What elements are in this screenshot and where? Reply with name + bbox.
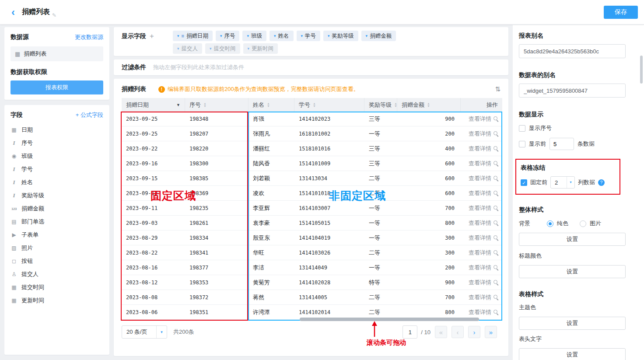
field-item[interactable]: ▶子表单 bbox=[10, 228, 103, 241]
display-field-chip[interactable]: ▾班级 bbox=[242, 31, 266, 41]
bg-solid-radio[interactable] bbox=[547, 220, 553, 227]
save-button[interactable]: 保存 bbox=[604, 6, 638, 19]
view-detail-link[interactable]: 查看详情 bbox=[469, 249, 491, 257]
show-first-checkbox[interactable] bbox=[519, 141, 525, 147]
change-datasource-link[interactable]: 更改数据源 bbox=[75, 33, 103, 41]
field-item[interactable]: ▤部门单选 bbox=[10, 215, 103, 228]
view-detail-link[interactable]: 查看详情 bbox=[469, 219, 491, 227]
table-alias-input[interactable] bbox=[519, 84, 626, 98]
last-page-button[interactable]: » bbox=[485, 326, 497, 338]
cell-amount: 900 bbox=[397, 275, 461, 290]
view-detail-link[interactable]: 查看详情 bbox=[469, 130, 491, 138]
field-item[interactable]: 123捐赠金额 bbox=[10, 202, 103, 215]
magnifier-icon bbox=[494, 310, 499, 315]
title-color-set-button[interactable]: 设置 bbox=[519, 265, 626, 278]
sort-icon: ▲▼ bbox=[394, 102, 397, 108]
cell-grade: 一等 bbox=[364, 216, 397, 230]
show-first-row: 显示前 条数据 bbox=[519, 138, 626, 150]
display-fields-label: 显示字段 bbox=[122, 32, 146, 40]
field-item[interactable]: ▦提交时间 bbox=[10, 281, 103, 294]
first-page-button[interactable]: « bbox=[435, 326, 447, 338]
field-item[interactable]: I学号 bbox=[10, 163, 103, 176]
freeze-count-select[interactable]: 2 ▾ bbox=[550, 176, 575, 189]
display-field-chip[interactable]: ▾奖励等级 bbox=[323, 31, 358, 41]
display-fields-card: 显示字段 + ▾≡捐赠日期▾序号▾班级▾姓名▾学号▾奖励等级▾捐赠金额 ▾提交人… bbox=[114, 27, 508, 56]
user-icon: ♙ bbox=[10, 271, 18, 277]
datasource-item[interactable]: ▦ 捐赠列表 bbox=[10, 46, 103, 61]
column-header-donation-date[interactable]: 捐赠日期 ▼ bbox=[122, 98, 185, 112]
view-detail-link[interactable]: 查看详情 bbox=[469, 145, 491, 153]
table-title: 捐赠列表 bbox=[122, 85, 146, 93]
background-set-button[interactable]: 设置 bbox=[519, 233, 626, 246]
view-detail-link[interactable]: 查看详情 bbox=[469, 160, 491, 168]
cell-serial-no: 198261 bbox=[185, 216, 248, 230]
field-item[interactable]: I奖励等级 bbox=[10, 189, 103, 202]
horizontal-scrollbar-thumb[interactable] bbox=[300, 318, 479, 321]
display-field-chip-label: 序号 bbox=[224, 32, 235, 40]
table-sort-icon[interactable]: ⇅ bbox=[495, 85, 500, 93]
column-header-serial[interactable]: 序号 ▲▼ bbox=[185, 98, 248, 112]
show-index-checkbox[interactable] bbox=[519, 125, 525, 132]
display-field-chip[interactable]: ▾学号 bbox=[297, 31, 321, 41]
field-item[interactable]: I姓名 bbox=[10, 176, 103, 189]
back-button[interactable]: ‹ bbox=[11, 7, 15, 17]
table-alias-heading: 数据表的别名 bbox=[519, 71, 626, 79]
report-permission-button[interactable]: 报表权限 bbox=[10, 80, 103, 94]
cell-grade: 二等 bbox=[364, 186, 397, 200]
cell-donation-date: 2023-08-12 bbox=[122, 275, 185, 290]
field-item[interactable]: ◻按钮 bbox=[10, 255, 103, 268]
show-first-count-input[interactable] bbox=[550, 138, 574, 150]
formula-field-link[interactable]: + 公式字段 bbox=[76, 111, 103, 119]
display-field-chip[interactable]: ▾提交时间 bbox=[205, 43, 240, 54]
view-detail-link[interactable]: 查看详情 bbox=[469, 279, 491, 287]
display-field-chip[interactable]: ▾≡捐赠日期 bbox=[173, 31, 213, 41]
view-detail-link[interactable]: 查看详情 bbox=[469, 264, 491, 272]
view-detail-link[interactable]: 查看详情 bbox=[469, 189, 491, 197]
display-field-chip[interactable]: ▾序号 bbox=[216, 31, 240, 41]
column-header-amount[interactable]: 捐赠金额 ▲▼ bbox=[397, 98, 461, 112]
add-display-field-button[interactable]: + bbox=[150, 32, 154, 40]
scrollbar-thumb[interactable] bbox=[640, 56, 643, 84]
column-header-grade[interactable]: 奖励等级 ▲▼ bbox=[364, 98, 397, 112]
header-text-set-button[interactable]: 设置 bbox=[519, 348, 626, 360]
view-detail-link[interactable]: 查看详情 bbox=[469, 175, 491, 182]
cell-amount: 600 bbox=[397, 186, 461, 200]
field-item[interactable]: ▨照片 bbox=[10, 241, 103, 255]
calendar-icon: ▦ bbox=[10, 127, 18, 133]
help-icon[interactable]: ? bbox=[598, 179, 605, 186]
page-size-select[interactable]: 20 条/页 ▾ bbox=[122, 325, 167, 339]
field-item[interactable]: ▦日期 bbox=[10, 123, 103, 136]
next-page-button[interactable]: › bbox=[468, 326, 480, 338]
cell-name: 李亚辉 bbox=[248, 201, 294, 215]
display-field-chip[interactable]: ▾提交人 bbox=[173, 43, 202, 54]
edit-title-icon[interactable]: ✎ bbox=[52, 12, 56, 18]
field-item[interactable]: ◉班级 bbox=[10, 150, 103, 163]
show-first-prefix: 显示前 bbox=[529, 140, 546, 148]
settings-panel-inner: 报表别名 数据表的别名 数据显示 显示序号 显示前 条数据 表格冻结 ✓ 固定前… bbox=[513, 25, 644, 360]
number-icon: 123 bbox=[10, 207, 18, 211]
table-header: 捐赠日期 ▼ 序号 ▲▼ 姓名 ▲▼ 学号 ▲▼ 奖励等级 ▲▼ 捐赠金额 ▲▼ bbox=[122, 98, 502, 112]
column-label: 学号 bbox=[299, 101, 310, 109]
report-alias-input[interactable] bbox=[519, 44, 626, 58]
view-detail-link[interactable]: 查看详情 bbox=[469, 204, 491, 212]
display-field-chip[interactable]: ▾更新时间 bbox=[243, 43, 278, 54]
theme-color-set-button[interactable]: 设置 bbox=[519, 317, 626, 330]
field-item[interactable]: I序号 bbox=[10, 136, 103, 150]
column-header-name[interactable]: 姓名 ▲▼ bbox=[248, 98, 294, 112]
view-detail-link[interactable]: 查看详情 bbox=[469, 234, 491, 242]
prev-page-button[interactable]: ‹ bbox=[452, 326, 464, 338]
field-item[interactable]: ♙提交人 bbox=[10, 268, 103, 281]
page-number-input[interactable] bbox=[402, 325, 417, 339]
display-field-chip[interactable]: ▾捐赠金额 bbox=[361, 31, 396, 41]
freeze-checkbox[interactable]: ✓ bbox=[521, 179, 527, 186]
column-header-student-id[interactable]: 学号 ▲▼ bbox=[294, 98, 364, 112]
view-detail-link[interactable]: 查看详情 bbox=[469, 308, 491, 316]
bg-image-radio[interactable] bbox=[580, 220, 586, 227]
sort-icon: ▲▼ bbox=[313, 102, 316, 108]
view-detail-link[interactable]: 查看详情 bbox=[469, 115, 491, 123]
filter-drop-placeholder[interactable]: 拖动左侧字段到此处来添加过滤条件 bbox=[153, 63, 244, 71]
field-item[interactable]: ▦更新时间 bbox=[10, 294, 103, 307]
display-field-chip[interactable]: ▾姓名 bbox=[270, 31, 294, 41]
cell-grade: 二等 bbox=[364, 171, 397, 185]
view-detail-link[interactable]: 查看详情 bbox=[469, 294, 491, 301]
